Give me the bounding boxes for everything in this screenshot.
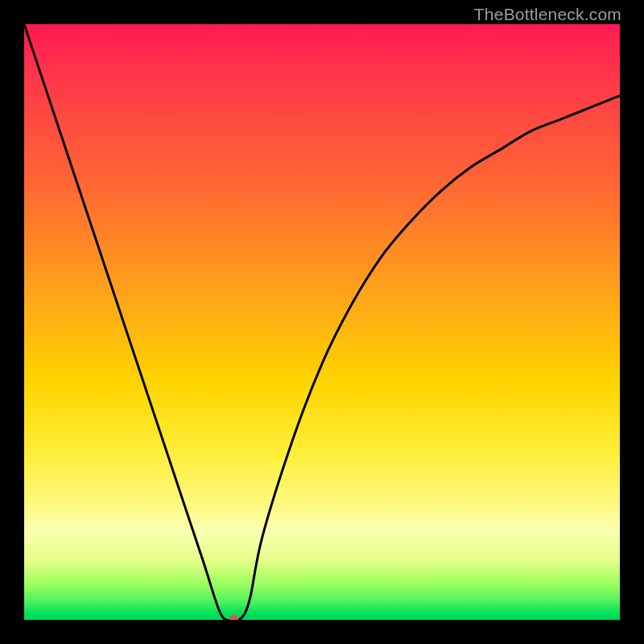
- chart-frame: TheBottleneck.com: [0, 0, 644, 644]
- current-point-marker: [229, 615, 239, 620]
- curve-svg: [24, 24, 620, 620]
- watermark-text: TheBottleneck.com: [474, 5, 621, 24]
- plot-area: [24, 24, 620, 620]
- bottleneck-curve: [24, 24, 620, 620]
